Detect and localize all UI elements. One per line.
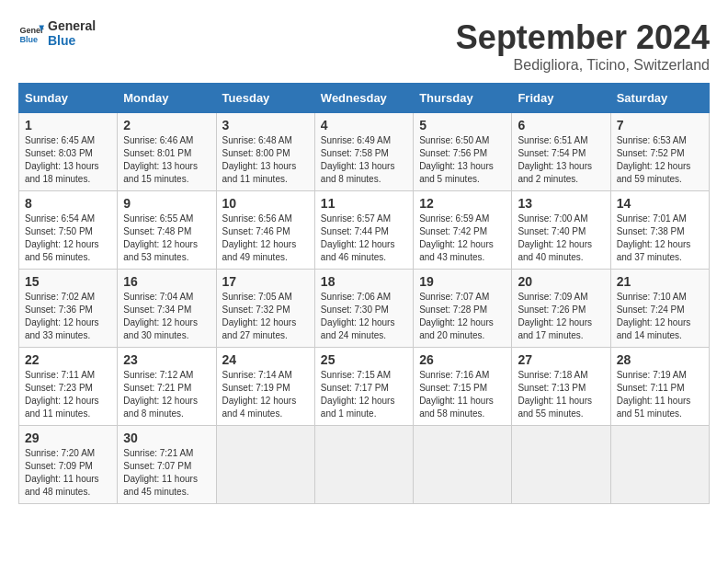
page-header: General Blue General Blue September 2024… (18, 18, 710, 74)
col-monday: Monday (118, 84, 216, 113)
day-info: Sunrise: 7:02 AM Sunset: 7:36 PM Dayligh… (25, 291, 111, 342)
logo-icon: General Blue (18, 20, 44, 46)
table-row: 17 Sunrise: 7:05 AM Sunset: 7:32 PM Dayl… (216, 270, 314, 348)
day-number: 20 (518, 274, 604, 289)
calendar-title: September 2024 (456, 18, 710, 57)
table-row: 23 Sunrise: 7:12 AM Sunset: 7:21 PM Dayl… (118, 348, 216, 426)
calendar-body: 1 Sunrise: 6:45 AM Sunset: 8:03 PM Dayli… (19, 113, 710, 504)
svg-text:Blue: Blue (19, 35, 38, 44)
day-number: 5 (419, 118, 506, 132)
day-number: 23 (123, 352, 210, 367)
day-number: 21 (617, 274, 703, 289)
day-number: 9 (123, 196, 210, 211)
col-friday: Friday (512, 84, 610, 113)
day-info: Sunrise: 7:06 AM Sunset: 7:30 PM Dayligh… (321, 291, 407, 342)
day-number: 15 (25, 274, 111, 289)
day-info: Sunrise: 7:04 AM Sunset: 7:34 PM Dayligh… (123, 291, 210, 342)
table-row: 16 Sunrise: 7:04 AM Sunset: 7:34 PM Dayl… (118, 270, 216, 348)
logo-general-text: General (48, 18, 96, 33)
table-row (512, 426, 610, 504)
day-number: 13 (518, 196, 604, 211)
table-row: 12 Sunrise: 6:59 AM Sunset: 7:42 PM Dayl… (414, 191, 512, 270)
day-info: Sunrise: 7:15 AM Sunset: 7:17 PM Dayligh… (321, 369, 407, 420)
table-row: 15 Sunrise: 7:02 AM Sunset: 7:36 PM Dayl… (19, 270, 118, 348)
table-row (216, 426, 314, 504)
table-row: 21 Sunrise: 7:10 AM Sunset: 7:24 PM Dayl… (610, 270, 709, 348)
week-row-4: 22 Sunrise: 7:11 AM Sunset: 7:23 PM Dayl… (19, 348, 710, 426)
day-info: Sunrise: 6:48 AM Sunset: 8:00 PM Dayligh… (222, 134, 309, 186)
day-number: 11 (321, 196, 407, 211)
table-row: 30 Sunrise: 7:21 AM Sunset: 7:07 PM Dayl… (118, 426, 216, 504)
table-row: 4 Sunrise: 6:49 AM Sunset: 7:58 PM Dayli… (314, 113, 413, 191)
day-info: Sunrise: 6:45 AM Sunset: 8:03 PM Dayligh… (25, 134, 111, 186)
day-info: Sunrise: 6:51 AM Sunset: 7:54 PM Dayligh… (518, 134, 604, 186)
table-row: 9 Sunrise: 6:55 AM Sunset: 7:48 PM Dayli… (118, 191, 216, 270)
table-row: 13 Sunrise: 7:00 AM Sunset: 7:40 PM Dayl… (512, 191, 610, 270)
day-number: 3 (222, 118, 309, 132)
day-info: Sunrise: 6:56 AM Sunset: 7:46 PM Dayligh… (222, 213, 309, 264)
day-number: 2 (123, 118, 210, 132)
week-row-1: 1 Sunrise: 6:45 AM Sunset: 8:03 PM Dayli… (19, 113, 710, 191)
table-row: 20 Sunrise: 7:09 AM Sunset: 7:26 PM Dayl… (512, 270, 610, 348)
calendar-header: Sunday Monday Tuesday Wednesday Thursday… (19, 84, 710, 113)
day-number: 22 (25, 352, 111, 367)
table-row: 11 Sunrise: 6:57 AM Sunset: 7:44 PM Dayl… (314, 191, 413, 270)
day-info: Sunrise: 6:55 AM Sunset: 7:48 PM Dayligh… (123, 213, 210, 264)
day-number: 16 (123, 274, 210, 289)
table-row: 19 Sunrise: 7:07 AM Sunset: 7:28 PM Dayl… (414, 270, 512, 348)
col-wednesday: Wednesday (314, 84, 413, 113)
table-row: 22 Sunrise: 7:11 AM Sunset: 7:23 PM Dayl… (19, 348, 118, 426)
day-number: 4 (321, 118, 407, 132)
day-number: 28 (617, 352, 703, 367)
week-row-3: 15 Sunrise: 7:02 AM Sunset: 7:36 PM Dayl… (19, 270, 710, 348)
calendar-table: Sunday Monday Tuesday Wednesday Thursday… (18, 83, 710, 504)
day-number: 27 (518, 352, 604, 367)
day-info: Sunrise: 7:11 AM Sunset: 7:23 PM Dayligh… (25, 369, 111, 420)
day-info: Sunrise: 7:10 AM Sunset: 7:24 PM Dayligh… (617, 291, 703, 342)
title-section: September 2024 Bedigliora, Ticino, Switz… (456, 18, 710, 74)
table-row: 28 Sunrise: 7:19 AM Sunset: 7:11 PM Dayl… (610, 348, 709, 426)
table-row: 14 Sunrise: 7:01 AM Sunset: 7:38 PM Dayl… (610, 191, 709, 270)
day-info: Sunrise: 7:12 AM Sunset: 7:21 PM Dayligh… (123, 369, 210, 420)
table-row: 26 Sunrise: 7:16 AM Sunset: 7:15 PM Dayl… (414, 348, 512, 426)
day-number: 10 (222, 196, 309, 211)
day-info: Sunrise: 6:57 AM Sunset: 7:44 PM Dayligh… (321, 213, 407, 264)
calendar-subtitle: Bedigliora, Ticino, Switzerland (456, 57, 710, 74)
day-number: 1 (25, 118, 111, 132)
day-info: Sunrise: 7:21 AM Sunset: 7:07 PM Dayligh… (123, 447, 210, 499)
table-row: 24 Sunrise: 7:14 AM Sunset: 7:19 PM Dayl… (216, 348, 314, 426)
day-info: Sunrise: 7:01 AM Sunset: 7:38 PM Dayligh… (617, 213, 703, 264)
day-info: Sunrise: 6:50 AM Sunset: 7:56 PM Dayligh… (419, 134, 506, 186)
table-row: 7 Sunrise: 6:53 AM Sunset: 7:52 PM Dayli… (610, 113, 709, 191)
day-number: 12 (419, 196, 506, 211)
day-number: 6 (518, 118, 604, 132)
table-row: 1 Sunrise: 6:45 AM Sunset: 8:03 PM Dayli… (19, 113, 118, 191)
day-number: 18 (321, 274, 407, 289)
day-info: Sunrise: 7:09 AM Sunset: 7:26 PM Dayligh… (518, 291, 604, 342)
col-sunday: Sunday (19, 84, 118, 113)
week-row-2: 8 Sunrise: 6:54 AM Sunset: 7:50 PM Dayli… (19, 191, 710, 270)
day-info: Sunrise: 7:19 AM Sunset: 7:11 PM Dayligh… (617, 369, 703, 420)
table-row (610, 426, 709, 504)
day-number: 25 (321, 352, 407, 367)
col-tuesday: Tuesday (216, 84, 314, 113)
table-row: 27 Sunrise: 7:18 AM Sunset: 7:13 PM Dayl… (512, 348, 610, 426)
day-info: Sunrise: 7:07 AM Sunset: 7:28 PM Dayligh… (419, 291, 506, 342)
table-row (414, 426, 512, 504)
day-info: Sunrise: 7:00 AM Sunset: 7:40 PM Dayligh… (518, 213, 604, 264)
day-info: Sunrise: 6:46 AM Sunset: 8:01 PM Dayligh… (123, 134, 210, 186)
day-info: Sunrise: 6:54 AM Sunset: 7:50 PM Dayligh… (25, 213, 111, 264)
day-info: Sunrise: 7:14 AM Sunset: 7:19 PM Dayligh… (222, 369, 309, 420)
day-number: 19 (419, 274, 506, 289)
col-thursday: Thursday (414, 84, 512, 113)
header-row: Sunday Monday Tuesday Wednesday Thursday… (19, 84, 710, 113)
day-number: 14 (617, 196, 703, 211)
week-row-5: 29 Sunrise: 7:20 AM Sunset: 7:09 PM Dayl… (19, 426, 710, 504)
table-row: 10 Sunrise: 6:56 AM Sunset: 7:46 PM Dayl… (216, 191, 314, 270)
table-row: 6 Sunrise: 6:51 AM Sunset: 7:54 PM Dayli… (512, 113, 610, 191)
day-info: Sunrise: 6:49 AM Sunset: 7:58 PM Dayligh… (321, 134, 407, 186)
day-info: Sunrise: 7:18 AM Sunset: 7:13 PM Dayligh… (518, 369, 604, 420)
table-row: 8 Sunrise: 6:54 AM Sunset: 7:50 PM Dayli… (19, 191, 118, 270)
day-info: Sunrise: 7:16 AM Sunset: 7:15 PM Dayligh… (419, 369, 506, 420)
table-row: 3 Sunrise: 6:48 AM Sunset: 8:00 PM Dayli… (216, 113, 314, 191)
